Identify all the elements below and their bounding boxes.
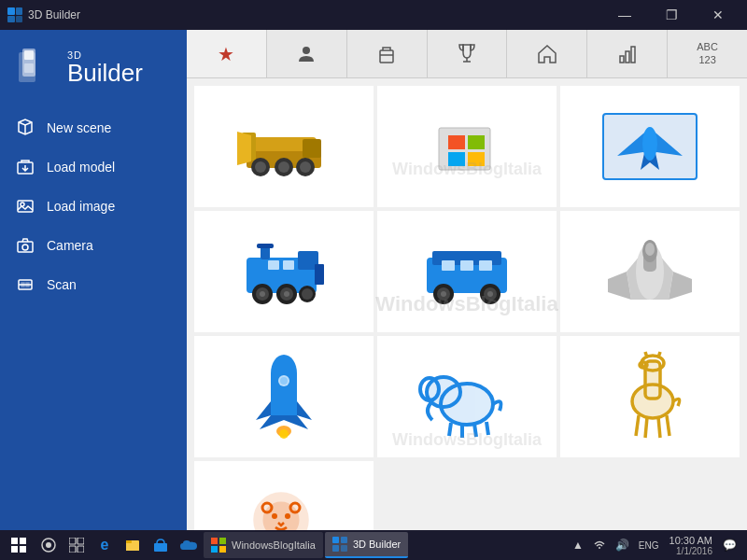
svg-rect-22 [620,56,624,63]
svg-point-34 [300,161,311,173]
tab-featured[interactable]: ★ [187,30,267,77]
gallery-item-train[interactable] [194,211,374,332]
gallery: WindowsBlogItalia WindowsBlogItalia Wind… [187,78,747,530]
keyboard-icon[interactable]: ENG [636,539,662,553]
category-tabs: ★ [187,30,747,78]
logo-text: 3D Builder [67,50,143,85]
volume-icon[interactable]: 🔊 [613,537,632,553]
new-scene-label: New scene [47,120,111,135]
notification-icon[interactable]: 💬 [720,537,740,553]
3dbuilder-app-label: 3D Builder [353,539,401,550]
svg-rect-124 [126,540,132,543]
svg-rect-23 [626,51,629,63]
date-display: 1/1/2016 [669,546,712,556]
train-model [233,225,335,318]
svg-rect-40 [448,152,465,166]
svg-rect-126 [211,538,218,544]
spaceshuttle-model [599,225,701,318]
svg-rect-125 [154,543,167,552]
svg-rect-120 [69,546,76,553]
cortana-icon [41,538,56,553]
svg-rect-48 [257,244,274,248]
svg-rect-1 [16,7,22,15]
logo-builder-label: Builder [67,61,143,85]
close-button[interactable]: ✕ [697,0,740,30]
tab-home[interactable] [507,30,587,77]
sidebar-item-new-scene[interactable]: New scene [0,108,187,147]
minimize-button[interactable]: — [603,0,646,30]
svg-rect-16 [26,283,29,287]
tab-people[interactable] [267,30,347,77]
svg-rect-6 [24,50,34,60]
svg-point-55 [284,291,289,297]
svg-rect-119 [78,538,84,544]
svg-line-99 [658,352,660,357]
svg-rect-69 [460,260,473,271]
task-view-button[interactable] [63,532,90,558]
svg-rect-0 [7,7,15,15]
time-display: 10:30 AM [669,535,712,546]
svg-line-101 [645,417,647,438]
taskbar-onedrive[interactable] [176,532,202,558]
svg-marker-80 [256,401,271,420]
taskbar-app-3dbuilder[interactable]: 3D Builder [325,532,408,558]
maximize-button[interactable]: ❐ [650,0,693,30]
tab-chart[interactable] [587,30,668,77]
svg-rect-114 [11,546,18,553]
svg-rect-38 [448,135,465,149]
gallery-item-giraffe[interactable] [560,336,740,457]
svg-rect-24 [631,47,635,63]
gallery-item-windows-logo[interactable] [377,86,557,207]
network-icon[interactable]: ▲ [570,537,586,553]
svg-rect-123 [126,542,139,551]
svg-rect-3 [16,16,22,22]
gallery-item-rocket[interactable] [194,336,374,457]
gallery-item-lion-cookie[interactable] [194,461,374,530]
svg-rect-28 [303,139,321,158]
system-tray: ▲ 🔊 ENG 10:30 AM 1/1/2016 💬 [570,535,743,556]
svg-point-17 [303,47,310,54]
clock[interactable]: 10:30 AM 1/1/2016 [666,535,716,556]
tab-text[interactable]: ABC123 [668,30,747,77]
svg-line-87 [449,423,451,436]
svg-point-64 [441,291,446,297]
gallery-item-elephant[interactable] [377,336,557,457]
taskbar-app-windowsblog[interactable]: WindowsBlogItalia [204,532,323,558]
windows-start-icon [11,538,26,553]
gallery-item-bulldozer[interactable] [194,86,374,207]
wifi-icon[interactable] [590,537,609,554]
gallery-item-spaceshuttle[interactable] [560,211,740,332]
app-icon [7,7,22,22]
svg-line-90 [486,422,488,435]
gallery-item-train-cart[interactable] [377,211,557,332]
sidebar-item-load-model[interactable]: Load model [0,147,187,187]
start-button[interactable] [4,530,34,560]
train-cart-model [416,225,518,318]
taskbar-store[interactable] [148,532,174,558]
sidebar-item-load-image[interactable]: Load image [0,187,187,226]
svg-point-117 [46,542,51,548]
svg-point-32 [278,161,289,173]
sidebar-item-scan[interactable]: Scan [0,265,187,304]
tab-objects[interactable] [347,30,428,77]
svg-marker-36 [237,132,251,165]
tab-trophy[interactable] [428,30,508,77]
giraffe-model [599,350,701,443]
taskbar-explorer[interactable] [120,532,146,558]
cortana-button[interactable] [35,532,62,558]
load-image-label: Load image [47,199,115,214]
onedrive-icon [180,539,197,552]
svg-line-103 [667,415,669,436]
sidebar-menu: New scene Load model [0,108,187,304]
taskbar-ie[interactable]: e [92,532,118,558]
camera-icon [15,235,35,256]
svg-rect-59 [283,260,294,270]
svg-point-12 [22,245,28,250]
gallery-item-airplane[interactable] [560,86,740,207]
load-model-icon [15,157,35,177]
sidebar-item-camera[interactable]: Camera [0,226,187,265]
sidebar: 3D Builder New scene [0,30,187,530]
new-scene-icon [15,118,35,138]
load-image-icon [15,196,35,217]
svg-rect-15 [21,283,24,287]
